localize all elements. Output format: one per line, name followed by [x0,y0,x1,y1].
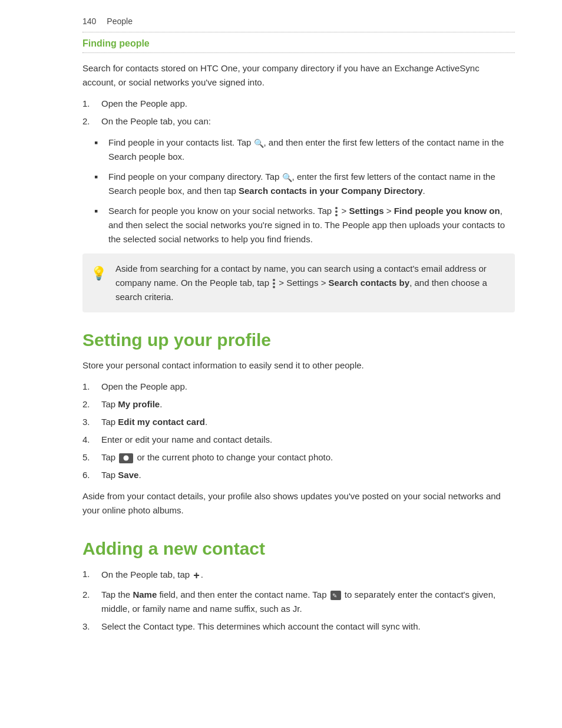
step-num: 2. [82,397,95,411]
bullet-text: Find people in your contacts list. Tap 🔍… [108,136,515,164]
adding-step-3: 3. Select the Contact type. This determi… [82,620,515,634]
tip-box: 💡 Aside from searching for a contact by … [82,253,515,312]
profile-aside: Aside from your contact details, your pr… [82,489,515,518]
step-text: Tap or the current photo to change your … [101,450,333,465]
section-divider [82,52,515,53]
bold-term: Save [118,470,138,480]
step-num: 1. [82,567,95,584]
step-text: Tap My profile. [101,397,162,411]
plus-icon: + [193,567,200,584]
step-text: Select the Contact type. This determines… [101,620,421,634]
step-text: Tap Save. [101,468,141,482]
adding-new-contact-title: Adding a new contact [82,539,515,559]
step-num: 4. [82,433,95,447]
bullet-text: Search for people you know on your socia… [108,204,515,246]
bold-term: Edit my contact card [118,417,205,427]
bullet-marker: ▪ [94,170,103,198]
adding-contact-steps: 1. On the People tab, tap +. 2. Tap the … [82,567,515,634]
setting-up-profile-section: Setting up your profile Store your perso… [82,330,515,518]
page-header: 140 People [82,17,515,26]
camera-icon [119,453,133,463]
bullet-marker: ▪ [94,136,103,164]
setting-up-profile-title: Setting up your profile [82,330,515,350]
finding-people-section: Finding people Search for contacts store… [82,38,515,312]
page-number: 140 [82,17,96,26]
finding-people-intro: Search for contacts stored on HTC One, y… [82,61,515,90]
step-num: 5. [82,450,95,465]
step-text: Tap Edit my contact card. [101,415,207,429]
profile-intro: Store your personal contact information … [82,358,515,373]
step-text: Tap the Name field, and then enter the c… [101,588,515,616]
bold-term: Name [133,589,157,599]
profile-step-2: 2. Tap My profile. [82,397,515,411]
profile-step-4: 4. Enter or edit your name and contact d… [82,433,515,447]
step-text: Open the People app. [101,97,187,111]
step-num: 1. [82,97,95,111]
lightbulb-icon: 💡 [91,262,107,304]
step-num: 3. [82,620,95,634]
bold-term: My profile [118,399,160,409]
adding-step-2: 2. Tap the Name field, and then enter th… [82,588,515,616]
step-1: 1. Open the People app. [82,97,515,111]
step-num: 3. [82,415,95,429]
edit-icon: ✎ [330,591,341,600]
finding-people-bullets: ▪ Find people in your contacts list. Tap… [94,136,515,246]
menu-dots-icon [273,279,275,288]
step-num: 2. [82,114,95,129]
profile-step-5: 5. Tap or the current photo to change yo… [82,450,515,465]
search-icon: 🔍 [254,139,264,148]
bold-term: Settings [349,206,384,216]
page-title-small: People [107,17,133,26]
finding-people-title: Finding people [82,38,515,49]
bold-term: Search contacts by [329,278,410,288]
bullet-2: ▪ Find people on your company directory.… [94,170,515,198]
bullet-1: ▪ Find people in your contacts list. Tap… [94,136,515,164]
bold-term: Find people you know on [394,206,500,216]
adding-step-1: 1. On the People tab, tap +. [82,567,515,584]
profile-steps: 1. Open the People app. 2. Tap My profil… [82,380,515,482]
profile-step-6: 6. Tap Save. [82,468,515,482]
page-container: 140 People Finding people Search for con… [0,0,562,664]
step-num: 2. [82,588,95,616]
step-text: Enter or edit your name and contact deta… [101,433,272,447]
step-2: 2. On the People tab, you can: [82,114,515,129]
search-icon: 🔍 [282,173,292,182]
bullet-3: ▪ Search for people you know on your soc… [94,204,515,246]
bullet-text: Find people on your company directory. T… [108,170,515,198]
bold-term: Search contacts in your Company Director… [239,186,423,196]
bullet-marker: ▪ [94,204,103,246]
step-num: 1. [82,380,95,394]
step-num: 6. [82,468,95,482]
profile-step-1: 1. Open the People app. [82,380,515,394]
menu-dots-icon [335,207,338,216]
top-divider [82,32,515,32]
profile-step-3: 3. Tap Edit my contact card. [82,415,515,429]
step-text: On the People tab, you can: [101,114,211,129]
finding-people-steps: 1. Open the People app. 2. On the People… [82,97,515,129]
step-text: On the People tab, tap +. [101,567,203,584]
step-text: Open the People app. [101,380,187,394]
adding-new-contact-section: Adding a new contact 1. On the People ta… [82,539,515,634]
tip-text: Aside from searching for a contact by na… [115,262,504,304]
